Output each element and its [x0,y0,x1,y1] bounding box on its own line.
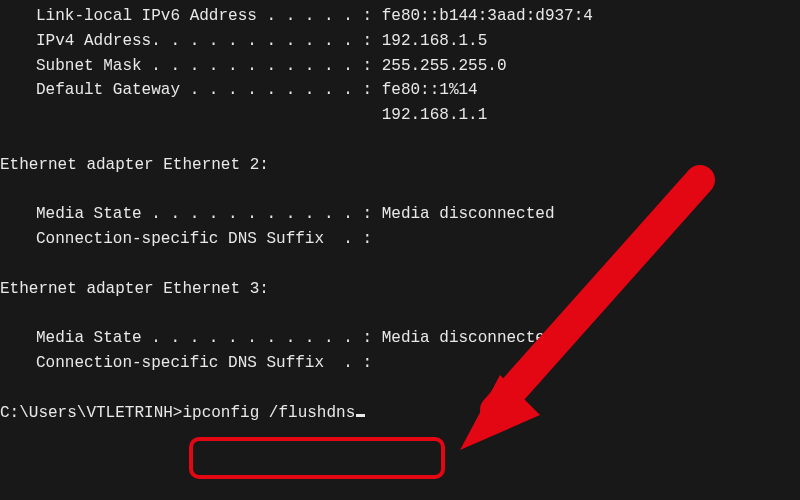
ipconfig-row: IPv4 Address. . . . . . . . . . . : 192.… [0,29,800,54]
ipconfig-row: Media State . . . . . . . . . . . : Medi… [0,326,800,351]
command-text[interactable]: ipconfig /flushdns [182,401,355,426]
blank-line [0,376,800,401]
adapter-heading: Ethernet adapter Ethernet 2: [0,153,800,178]
blank-line [0,128,800,153]
ipconfig-value: Media disconnected [382,329,555,347]
ipconfig-label: Default Gateway . . . . . . . . . : [36,81,372,99]
ipconfig-label: Media State . . . . . . . . . . . : [36,329,372,347]
ipconfig-row: Default Gateway . . . . . . . . . : fe80… [0,78,800,103]
ipconfig-value: 192.168.1.1 [382,106,488,124]
ipconfig-value: fe80::b144:3aad:d937:4 [382,7,593,25]
ipconfig-value: 192.168.1.5 [382,32,488,50]
adapter-heading: Ethernet adapter Ethernet 3: [0,277,800,302]
ipconfig-label: Connection-specific DNS Suffix . : [36,230,372,248]
ipconfig-value: 255.255.255.0 [382,57,507,75]
text-cursor [356,414,365,417]
ipconfig-row: Subnet Mask . . . . . . . . . . . : 255.… [0,54,800,79]
ipconfig-label: Link-local IPv6 Address . . . . . : [36,7,372,25]
ipconfig-row: Connection-specific DNS Suffix . : [0,351,800,376]
ipconfig-row: 192.168.1.1 [0,103,800,128]
command-prompt-window[interactable]: Link-local IPv6 Address . . . . . : fe80… [0,0,800,500]
ipconfig-row: Connection-specific DNS Suffix . : [0,227,800,252]
ipconfig-label: Subnet Mask . . . . . . . . . . . : [36,57,372,75]
blank-line [0,178,800,203]
ipconfig-label: IPv4 Address. . . . . . . . . . . : [36,32,372,50]
prompt-path: C:\Users\VTLETRINH> [0,401,182,426]
ipconfig-label [36,106,372,124]
annotation-highlight-box [189,437,445,479]
blank-line [0,252,800,277]
blank-line [0,302,800,327]
ipconfig-row: Media State . . . . . . . . . . . : Medi… [0,202,800,227]
ipconfig-label: Media State . . . . . . . . . . . : [36,205,372,223]
prompt-line[interactable]: C:\Users\VTLETRINH>ipconfig /flushdns [0,401,800,426]
ipconfig-value: fe80::1%14 [382,81,478,99]
ipconfig-value: Media disconnected [382,205,555,223]
ipconfig-row: Link-local IPv6 Address . . . . . : fe80… [0,4,800,29]
ipconfig-label: Connection-specific DNS Suffix . : [36,354,372,372]
